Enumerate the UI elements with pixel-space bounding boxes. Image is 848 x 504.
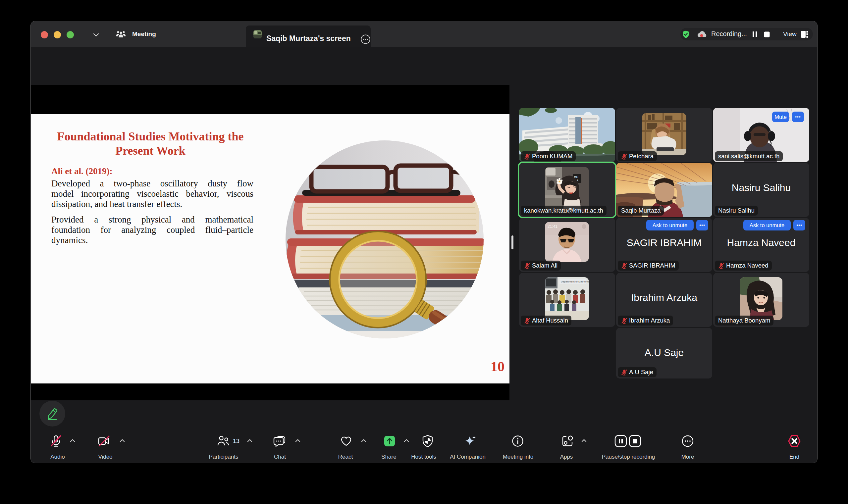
svg-text:Department of Mathematics: Department of Mathematics: [561, 280, 589, 283]
svg-text:21:41: 21:41: [548, 224, 558, 229]
